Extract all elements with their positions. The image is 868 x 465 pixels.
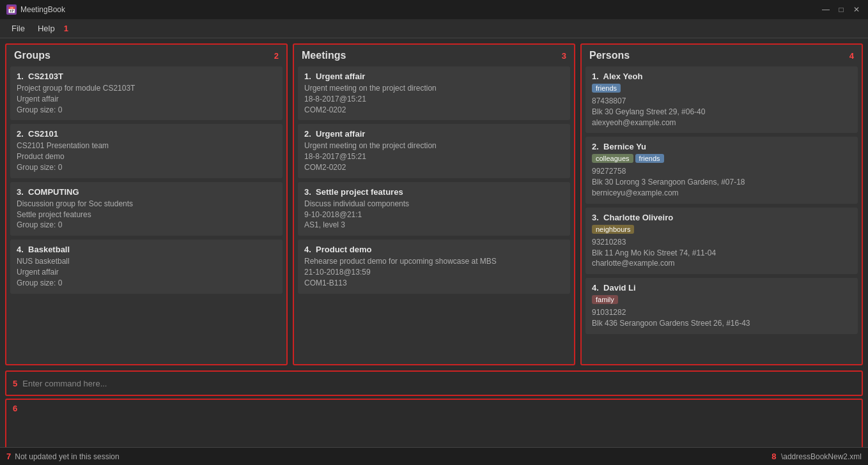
- meeting-item-detail: Rehearse product demo for upcoming showc…: [304, 256, 564, 267]
- person-item-detail: 99272758: [592, 166, 851, 177]
- meeting-item-detail: Urgent meeting on the project direction: [304, 141, 564, 151]
- meeting-item-detail: 9-10-2018@21:1: [304, 210, 564, 220]
- person-tag: family: [592, 295, 618, 304]
- person-item-detail: 93210283: [592, 237, 851, 248]
- group-item-detail: Discussion group for Soc students: [17, 199, 276, 210]
- persons-label-num: 4: [849, 51, 854, 61]
- meetings-panel: Meetings 3 1. Urgent affair Urgent meeti…: [293, 43, 575, 365]
- group-item-detail: Product demo: [17, 151, 276, 162]
- person-item-detail: Blk 436 Serangoon Gardens Street 26, #16…: [592, 318, 851, 329]
- person-tags: neighbours: [592, 224, 851, 236]
- status-label-num-left: 7: [6, 452, 11, 461]
- status-file: \addressBookNew2.xml: [781, 452, 862, 461]
- person-tag: friends: [635, 154, 664, 163]
- group-list-item[interactable]: 1. CS2103T Project group for module CS21…: [10, 66, 283, 120]
- meetings-panel-header: Meetings 3: [294, 45, 574, 64]
- person-tag: friends: [592, 84, 621, 93]
- meeting-list-item[interactable]: 2. Urgent affair Urgent meeting on the p…: [298, 124, 570, 178]
- persons-panel-header: Persons 4: [582, 45, 862, 64]
- person-tag: neighbours: [592, 225, 634, 234]
- person-list-item[interactable]: 3. Charlotte Oliveiro neighbours 9321028…: [585, 208, 858, 274]
- menubar: File Help 1: [0, 19, 868, 38]
- persons-title: Persons: [589, 50, 630, 61]
- group-item-detail: Urgent affair: [17, 94, 276, 105]
- meetings-label-num: 3: [562, 51, 566, 61]
- person-list-item[interactable]: 1. Alex Yeoh friends 87438807Blk 30 Geyl…: [585, 66, 858, 133]
- person-item-detail: Blk 11 Ang Mo Kio Street 74, #11-04: [592, 248, 851, 259]
- person-item-detail: 87438807: [592, 96, 851, 107]
- meeting-item-detail: 18-8-2017@15:21: [304, 94, 564, 105]
- group-item-detail: Group size: 0: [17, 105, 276, 116]
- person-list-item[interactable]: 2. Bernice Yu colleaguesfriends 99272758…: [585, 137, 858, 203]
- status-left: 7 Not updated yet in this session: [6, 452, 771, 461]
- meeting-item-title: 1. Urgent affair: [304, 72, 564, 81]
- menu-help[interactable]: Help: [31, 21, 61, 36]
- statusbar: 7 Not updated yet in this session 8 \add…: [0, 447, 868, 465]
- app-icon: 📅: [6, 4, 17, 15]
- group-item-detail: Group size: 0: [17, 220, 276, 231]
- person-item-detail: alexyeoh@example.com: [592, 118, 851, 128]
- meeting-list-item[interactable]: 1. Urgent affair Urgent meeting on the p…: [298, 66, 570, 120]
- output-area: 6: [5, 399, 863, 450]
- meetings-title: Meetings: [302, 50, 346, 61]
- meeting-item-detail: 21-10-2018@13:59: [304, 267, 564, 278]
- status-label-num-right: 8: [771, 452, 776, 461]
- groups-panel-header: Groups 2: [6, 45, 286, 64]
- meeting-item-title: 2. Urgent affair: [304, 129, 564, 139]
- groups-list[interactable]: 1. CS2103T Project group for module CS21…: [6, 64, 286, 364]
- person-item-detail: 91031282: [592, 307, 851, 318]
- status-text: Not updated yet in this session: [15, 452, 119, 461]
- groups-title: Groups: [14, 50, 50, 61]
- persons-list[interactable]: 1. Alex Yeoh friends 87438807Blk 30 Geyl…: [582, 64, 862, 364]
- command-input[interactable]: [22, 379, 855, 388]
- meeting-item-detail: COM2-0202: [304, 162, 564, 173]
- main-content: Groups 2 1. CS2103T Project group for mo…: [0, 38, 868, 370]
- groups-label-num: 2: [274, 51, 279, 61]
- person-list-item[interactable]: 4. David Li family 91031282Blk 436 Seran…: [585, 278, 858, 334]
- person-tags: family: [592, 294, 851, 306]
- group-list-item[interactable]: 2. CS2101 CS2101 Presentation teamProduc…: [10, 124, 283, 178]
- meeting-item-detail: AS1, level 3: [304, 220, 564, 231]
- person-tag: colleagues: [592, 154, 633, 163]
- menu-file[interactable]: File: [5, 21, 31, 36]
- person-item-name: 2. Bernice Yu: [592, 142, 851, 151]
- meeting-item-detail: 18-8-2017@15:21: [304, 151, 564, 162]
- meeting-item-detail: COM2-0202: [304, 105, 564, 116]
- person-item-name: 1. Alex Yeoh: [592, 72, 851, 81]
- group-list-item[interactable]: 3. COMPUTING Discussion group for Soc st…: [10, 182, 283, 236]
- minimize-button[interactable]: —: [821, 4, 831, 15]
- meeting-item-title: 3. Settle project features: [304, 187, 564, 197]
- person-item-detail: berniceyu@example.com: [592, 188, 851, 199]
- titlebar: 📅 MeetingBook — □ ✕: [0, 0, 868, 19]
- meeting-item-detail: Urgent meeting on the project direction: [304, 83, 564, 94]
- persons-panel: Persons 4 1. Alex Yeoh friends 87438807B…: [580, 43, 863, 365]
- person-tags: friends: [592, 83, 851, 95]
- group-item-title: 4. Basketball: [17, 245, 276, 254]
- meeting-item-title: 4. Product demo: [304, 245, 564, 254]
- meeting-item-detail: COM1-B113: [304, 278, 564, 289]
- command-label-num: 5: [13, 379, 17, 388]
- person-item-name: 3. Charlotte Oliveiro: [592, 213, 851, 222]
- person-item-detail: Blk 30 Geylang Street 29, #06-40: [592, 107, 851, 118]
- window-controls: — □ ✕: [821, 4, 862, 15]
- menubar-label-num: 1: [64, 24, 68, 33]
- group-item-detail: CS2101 Presentation team: [17, 141, 276, 151]
- group-item-detail: Settle project features: [17, 210, 276, 220]
- person-item-detail: Blk 30 Lorong 3 Serangoon Gardens, #07-1…: [592, 177, 851, 188]
- meeting-list-item[interactable]: 4. Product demo Rehearse product demo fo…: [298, 240, 570, 293]
- groups-panel: Groups 2 1. CS2103T Project group for mo…: [5, 43, 288, 365]
- person-item-detail: charlotte@example.com: [592, 258, 851, 269]
- command-bar[interactable]: 5: [5, 370, 863, 396]
- group-item-title: 3. COMPUTING: [17, 187, 276, 197]
- status-right: 8 \addressBookNew2.xml: [771, 452, 862, 461]
- meeting-list-item[interactable]: 3. Settle project features Discuss indiv…: [298, 182, 570, 236]
- meetings-list[interactable]: 1. Urgent affair Urgent meeting on the p…: [294, 64, 574, 364]
- group-item-detail: NUS basketball: [17, 256, 276, 267]
- maximize-button[interactable]: □: [836, 4, 846, 15]
- group-list-item[interactable]: 4. Basketball NUS basketballUrgent affai…: [10, 240, 283, 293]
- person-tags: colleaguesfriends: [592, 153, 851, 165]
- group-item-detail: Group size: 0: [17, 278, 276, 289]
- group-item-title: 2. CS2101: [17, 129, 276, 139]
- close-button[interactable]: ✕: [851, 4, 862, 15]
- output-label-num: 6: [13, 404, 17, 413]
